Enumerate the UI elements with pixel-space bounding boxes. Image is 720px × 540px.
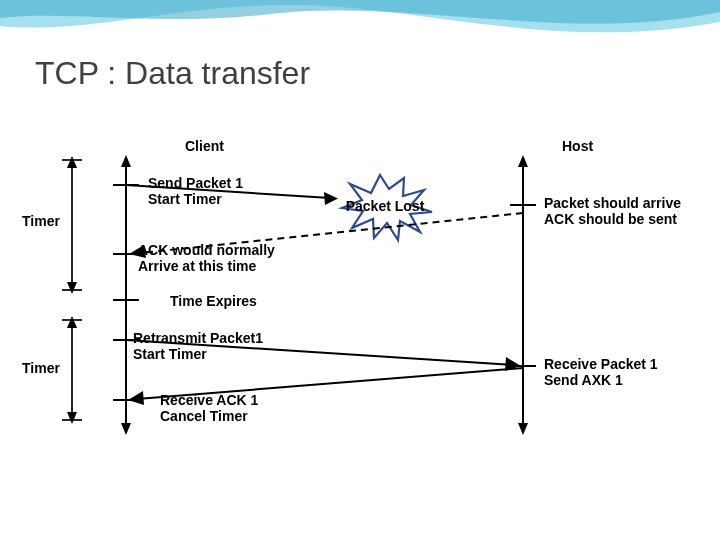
time-expires-label: Time Expires (170, 293, 257, 309)
retransmit-label: Retransmit Packet1 Start Timer (133, 330, 263, 362)
host-label: Host (562, 138, 593, 154)
timer-bracket-2 (62, 316, 82, 424)
svg-marker-4 (518, 155, 528, 167)
svg-marker-5 (518, 423, 528, 435)
svg-marker-2 (121, 423, 131, 435)
svg-marker-24 (128, 391, 144, 405)
sequence-diagram (0, 0, 720, 540)
svg-marker-13 (67, 412, 77, 424)
packet-should-arrive-label: Packet should arrive ACK should be sent (544, 195, 681, 227)
svg-marker-1 (121, 155, 131, 167)
timer-2-label: Timer (22, 360, 60, 376)
timer-bracket-1 (62, 156, 82, 294)
svg-marker-8 (67, 282, 77, 294)
receive-ack-label: Receive ACK 1 Cancel Timer (160, 392, 258, 424)
client-label: Client (185, 138, 224, 154)
packet-lost-label: Packet Lost (345, 198, 425, 214)
client-lifeline (121, 155, 131, 435)
host-lifeline (518, 155, 528, 435)
svg-marker-12 (67, 316, 77, 328)
svg-marker-17 (324, 192, 338, 205)
receive-packet1-label: Receive Packet 1 Send AXK 1 (544, 356, 658, 388)
timer-1-label: Timer (22, 213, 60, 229)
send-packet1-label: Send Packet 1 Start Timer (148, 175, 243, 207)
svg-marker-7 (67, 156, 77, 168)
ack-normally-label: ACK would normally Arrive at this time (138, 242, 275, 274)
